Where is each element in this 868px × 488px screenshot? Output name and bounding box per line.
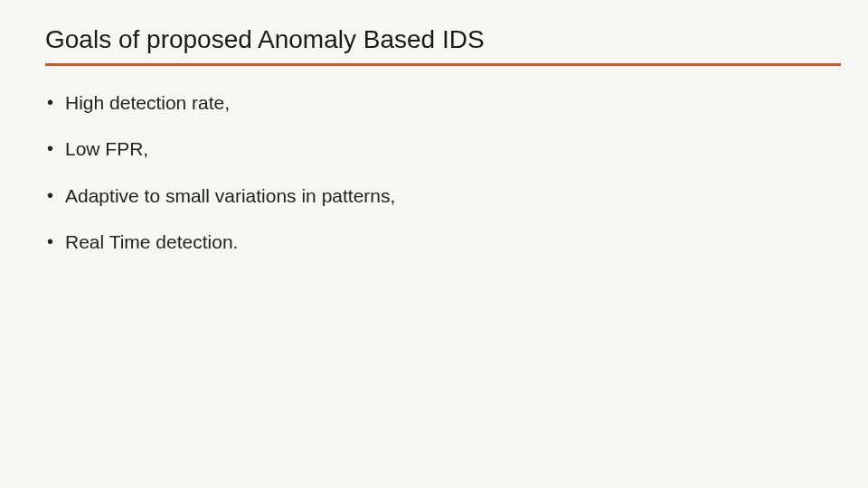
bullet-item: High detection rate,: [45, 90, 832, 115]
bullet-list: High detection rate, Low FPR, Adaptive t…: [45, 90, 832, 254]
bullet-item: Low FPR,: [45, 136, 832, 161]
title-underline: [45, 63, 841, 66]
slide: Goals of proposed Anomaly Based IDS High…: [0, 0, 868, 488]
slide-title: Goals of proposed Anomaly Based IDS: [45, 25, 850, 54]
bullet-item: Real Time detection.: [45, 230, 832, 254]
slide-content: High detection rate, Low FPR, Adaptive t…: [45, 90, 832, 276]
title-block: Goals of proposed Anomaly Based IDS: [45, 25, 850, 66]
bullet-item: Adaptive to small variations in patterns…: [45, 183, 832, 208]
